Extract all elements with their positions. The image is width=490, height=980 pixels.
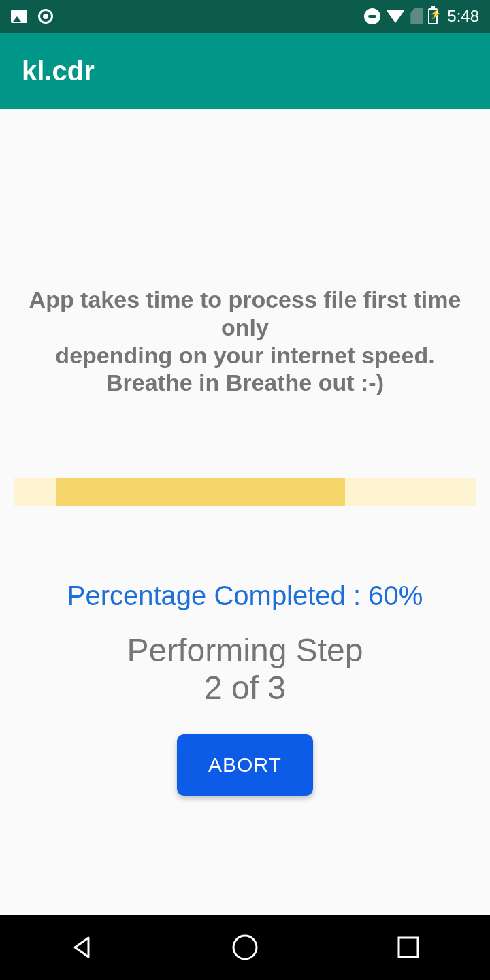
status-right-icons: 5:48 (364, 7, 479, 26)
wifi-icon (386, 10, 405, 23)
status-bar: 5:48 (0, 0, 490, 33)
svg-rect-1 (399, 938, 418, 957)
no-sim-icon (410, 8, 423, 24)
picture-icon (11, 10, 27, 23)
percentage-completed-label: Percentage Completed : 60% (67, 581, 423, 611)
app-title: kl.cdr (22, 56, 95, 86)
abort-button[interactable]: ABORT (177, 734, 313, 796)
status-left-icons (11, 9, 53, 24)
main-content: App takes time to process file first tim… (0, 109, 490, 915)
progress-fill (56, 478, 345, 506)
recent-apps-icon[interactable] (393, 932, 423, 962)
do-not-disturb-icon (364, 8, 380, 24)
info-line-3: Breathe in Breathe out :-) (27, 369, 463, 397)
step-status: Performing Step 2 of 3 (127, 632, 363, 706)
info-line-1: App takes time to process file first tim… (27, 286, 463, 342)
circle-icon (38, 9, 53, 24)
home-icon[interactable] (230, 932, 260, 962)
step-line-2: 2 of 3 (127, 669, 363, 706)
battery-charging-icon (428, 8, 438, 24)
status-time: 5:48 (447, 7, 479, 26)
svg-point-0 (233, 936, 257, 959)
progress-bar (14, 478, 476, 506)
navigation-bar (0, 915, 490, 980)
info-message: App takes time to process file first tim… (14, 286, 476, 397)
back-icon[interactable] (67, 932, 97, 962)
step-line-1: Performing Step (127, 632, 363, 669)
info-line-2: depending on your internet speed. (27, 342, 463, 370)
app-bar: kl.cdr (0, 33, 490, 109)
